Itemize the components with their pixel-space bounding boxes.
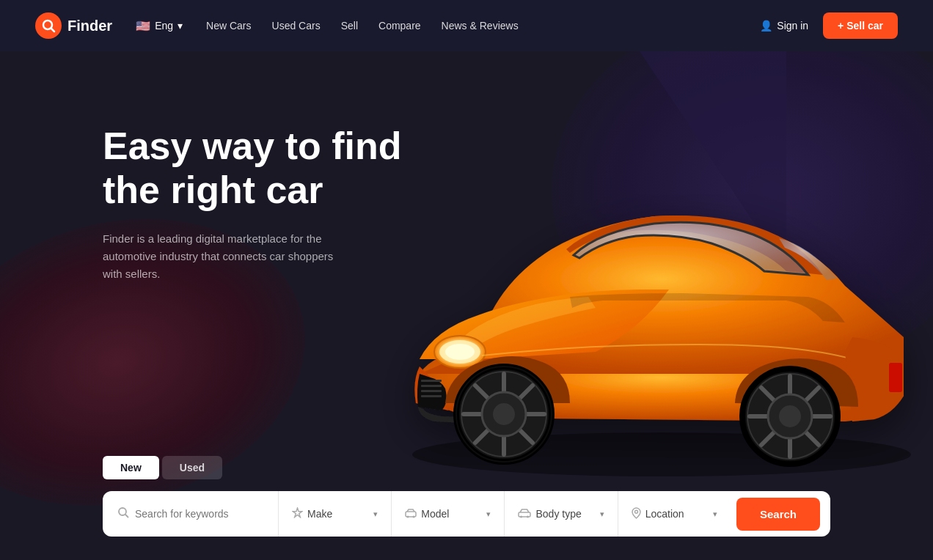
svg-point-29 — [779, 405, 801, 427]
tab-new-button[interactable]: New — [103, 456, 159, 479]
body-type-dropdown[interactable]: Body type ▾ — [505, 491, 618, 537]
tab-used-button[interactable]: Used — [162, 456, 222, 479]
body-type-chevron-icon: ▾ — [600, 509, 604, 519]
model-dropdown[interactable]: Model ▾ — [392, 491, 505, 537]
svg-point-39 — [634, 510, 637, 513]
hero-section: Easy way to findthe right car Finder is … — [0, 51, 933, 560]
car-image — [376, 81, 933, 491]
sign-in-label: Sign in — [777, 20, 808, 32]
language-selector[interactable]: 🇺🇸 Eng ▾ — [136, 19, 183, 33]
svg-rect-6 — [421, 395, 442, 397]
svg-rect-11 — [889, 363, 902, 392]
hero-title: Easy way to findthe right car — [103, 125, 401, 213]
svg-point-19 — [493, 403, 515, 425]
location-chevron-icon: ▾ — [713, 509, 717, 519]
nav-link-sell[interactable]: Sell — [341, 20, 358, 32]
svg-point-37 — [520, 515, 522, 517]
keyword-field[interactable] — [103, 491, 279, 537]
search-section: New Used — [103, 456, 830, 537]
flag-icon: 🇺🇸 — [136, 19, 150, 33]
search-icon — [117, 506, 129, 521]
body-type-icon — [518, 508, 531, 520]
search-bar: Make ▾ Model ▾ — [103, 491, 830, 537]
model-label: Model — [421, 508, 482, 520]
svg-line-1 — [51, 29, 55, 32]
svg-line-32 — [125, 515, 128, 517]
make-label: Make — [307, 508, 369, 520]
logo-text: Finder — [67, 18, 112, 34]
keyword-input[interactable] — [135, 508, 263, 520]
nav-right: 👤 Sign in + Sell car — [760, 12, 898, 39]
make-chevron-icon: ▾ — [373, 509, 378, 519]
navbar: Finder 🇺🇸 Eng ▾ New Cars Used Cars Sell … — [0, 0, 933, 51]
location-dropdown[interactable]: Location ▾ — [618, 491, 731, 537]
model-chevron-icon: ▾ — [486, 509, 491, 519]
logo-icon — [35, 12, 62, 39]
sign-in-button[interactable]: 👤 Sign in — [760, 20, 808, 32]
model-icon — [405, 508, 417, 520]
lang-chevron-icon: ▾ — [178, 20, 183, 32]
tab-buttons: New Used — [103, 456, 830, 479]
nav-links: New Cars Used Cars Sell Compare News & R… — [206, 20, 760, 32]
svg-point-35 — [413, 515, 415, 517]
svg-rect-5 — [421, 390, 442, 392]
svg-point-34 — [407, 515, 409, 517]
nav-link-used-cars[interactable]: Used Cars — [272, 20, 321, 32]
user-icon: 👤 — [760, 20, 772, 32]
star-icon — [292, 507, 303, 520]
body-type-label: Body type — [535, 508, 595, 520]
search-button[interactable]: Search — [736, 498, 820, 531]
svg-rect-3 — [421, 380, 442, 382]
svg-point-38 — [527, 515, 529, 517]
location-label: Location — [645, 508, 709, 520]
hero-description: Finder is a leading digital marketplace … — [103, 230, 337, 283]
svg-rect-4 — [421, 385, 442, 387]
make-dropdown[interactable]: Make ▾ — [279, 491, 392, 537]
nav-link-new-cars[interactable]: New Cars — [206, 20, 251, 32]
logo[interactable]: Finder — [35, 12, 112, 39]
nav-link-news-reviews[interactable]: News & Reviews — [442, 20, 519, 32]
sell-car-button[interactable]: + Sell car — [823, 12, 898, 39]
nav-link-compare[interactable]: Compare — [378, 20, 421, 32]
hero-content: Easy way to findthe right car Finder is … — [103, 125, 401, 283]
location-icon — [632, 507, 641, 521]
svg-point-9 — [445, 344, 475, 360]
lang-label: Eng — [155, 20, 173, 32]
